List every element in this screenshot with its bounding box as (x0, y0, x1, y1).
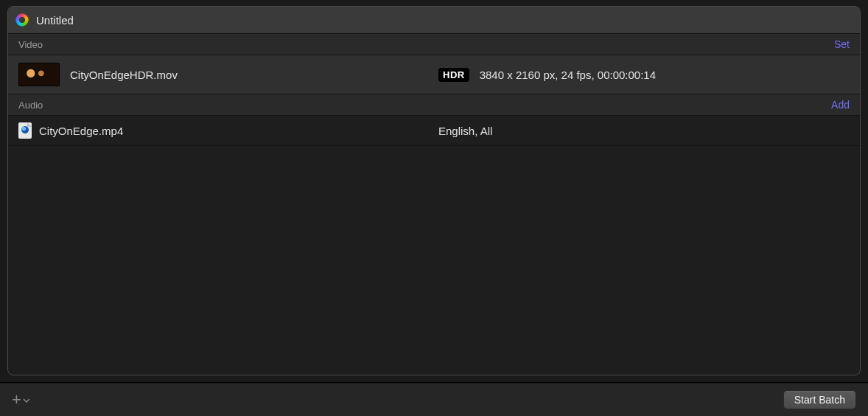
plus-icon: + (12, 392, 21, 408)
audio-row[interactable]: CityOnEdge.mp4 English, All (8, 116, 860, 146)
audio-section-header: Audio Add (8, 94, 860, 116)
chevron-down-icon (23, 396, 30, 404)
add-menu-button[interactable]: + (12, 392, 30, 408)
footer-separator (0, 382, 868, 383)
window-title: Untitled (36, 14, 74, 27)
audio-file-icon (18, 122, 32, 139)
audio-filename: CityOnEdge.mp4 (39, 125, 123, 137)
audio-section-label: Audio (18, 100, 43, 111)
app-orb-icon (15, 13, 29, 27)
video-metadata: HDR 3840 x 2160 px, 24 fps, 00:00:00:14 (438, 68, 656, 82)
footer-bar: + Start Batch (0, 384, 868, 416)
hdr-badge: HDR (438, 68, 469, 82)
video-section-header: Video Set (8, 34, 860, 55)
video-set-button[interactable]: Set (834, 38, 850, 50)
video-specs: 3840 x 2160 px, 24 fps, 00:00:00:14 (480, 69, 656, 81)
video-thumbnail-icon (18, 63, 60, 86)
audio-metadata: English, All (438, 125, 492, 137)
audio-add-button[interactable]: Add (831, 99, 850, 111)
titlebar: Untitled (8, 7, 860, 34)
batch-window: Untitled Video Set CityOnEdgeHDR.mov HDR… (7, 6, 861, 375)
start-batch-button[interactable]: Start Batch (783, 390, 856, 409)
video-section-label: Video (18, 39, 43, 50)
video-row[interactable]: CityOnEdgeHDR.mov HDR 3840 x 2160 px, 24… (8, 55, 860, 94)
video-filename: CityOnEdgeHDR.mov (70, 69, 178, 81)
